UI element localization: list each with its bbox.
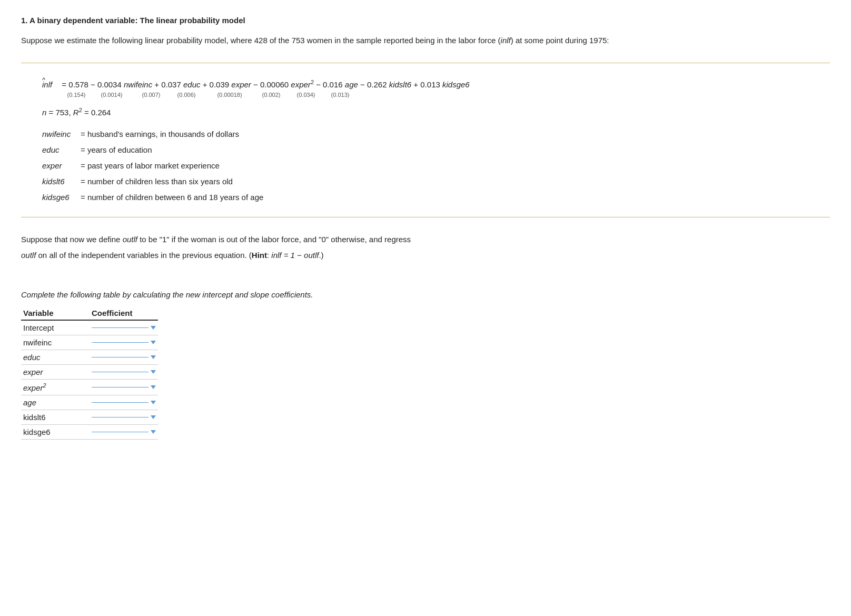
var-kidslt6: kidslt6 <box>21 410 90 424</box>
dropdown-arrow-kidsge6[interactable] <box>151 430 156 434</box>
equation-wrapper: inlf^ = 0.578 − 0.0034 nwifeinc + 0.037 … <box>42 78 809 98</box>
var-intercept: Intercept <box>21 320 90 335</box>
def-nwifeinc: nwifeinc = husband's earnings, in thousa… <box>42 126 809 142</box>
table-row: exper2 <box>21 379 158 395</box>
second-paragraph-2: outlf on all of the independent variable… <box>21 249 830 262</box>
equation-box: inlf^ = 0.578 − 0.0034 nwifeinc + 0.037 … <box>21 63 830 217</box>
var-nwifeinc: nwifeinc <box>21 335 90 350</box>
coeff-intercept[interactable] <box>90 320 158 335</box>
equation-sub: (0.154) (0.0014) (0.007) (0.006) (0.0001… <box>42 91 809 98</box>
section-title: 1. A binary dependent variable: The line… <box>21 16 830 25</box>
definitions: nwifeinc = husband's earnings, in thousa… <box>42 126 809 205</box>
table-row: exper <box>21 364 158 379</box>
def-exper: exper = past years of labor market exper… <box>42 158 809 174</box>
dropdown-arrow-exper2[interactable] <box>151 385 156 389</box>
var-educ: educ <box>21 350 90 364</box>
intro-text: Suppose we estimate the following linear… <box>21 34 830 47</box>
col-variable: Variable <box>21 306 90 320</box>
dropdown-arrow-intercept[interactable] <box>151 326 156 330</box>
dropdown-arrow-nwifeinc[interactable] <box>151 341 156 344</box>
var-exper2: exper2 <box>21 379 90 395</box>
stats-line: n = 753, R2 = 0.264 <box>42 107 809 117</box>
coeff-kidsge6[interactable] <box>90 424 158 439</box>
coefficient-table: Variable Coefficient Intercept nwifeinc <box>21 306 158 440</box>
coeff-kidslt6[interactable] <box>90 410 158 424</box>
coeff-nwifeinc[interactable] <box>90 335 158 350</box>
dropdown-arrow-age[interactable] <box>151 401 156 404</box>
dropdown-arrow-kidslt6[interactable] <box>151 415 156 419</box>
var-age: age <box>21 395 90 410</box>
table-row: age <box>21 395 158 410</box>
equation-main: inlf^ = 0.578 − 0.0034 nwifeinc + 0.037 … <box>42 78 809 91</box>
def-kidslt6: kidslt6 = number of children less than s… <box>42 174 809 190</box>
dropdown-arrow-exper[interactable] <box>151 370 156 374</box>
table-row: kidsge6 <box>21 424 158 439</box>
second-paragraph: Suppose that now we define outlf to be "… <box>21 233 830 246</box>
table-row: educ <box>21 350 158 364</box>
table-row: Intercept <box>21 320 158 335</box>
table-row: nwifeinc <box>21 335 158 350</box>
coeff-exper2[interactable] <box>90 379 158 395</box>
table-instruction: Complete the following table by calculat… <box>21 290 830 299</box>
def-kidsge6: kidsge6 = number of children between 6 a… <box>42 190 809 205</box>
dropdown-arrow-educ[interactable] <box>151 355 156 359</box>
col-coefficient: Coefficient <box>90 306 158 320</box>
coeff-educ[interactable] <box>90 350 158 364</box>
coeff-age[interactable] <box>90 395 158 410</box>
table-row: kidslt6 <box>21 410 158 424</box>
var-kidsge6: kidsge6 <box>21 424 90 439</box>
def-educ: educ = years of education <box>42 142 809 158</box>
var-exper: exper <box>21 364 90 379</box>
coeff-exper[interactable] <box>90 364 158 379</box>
